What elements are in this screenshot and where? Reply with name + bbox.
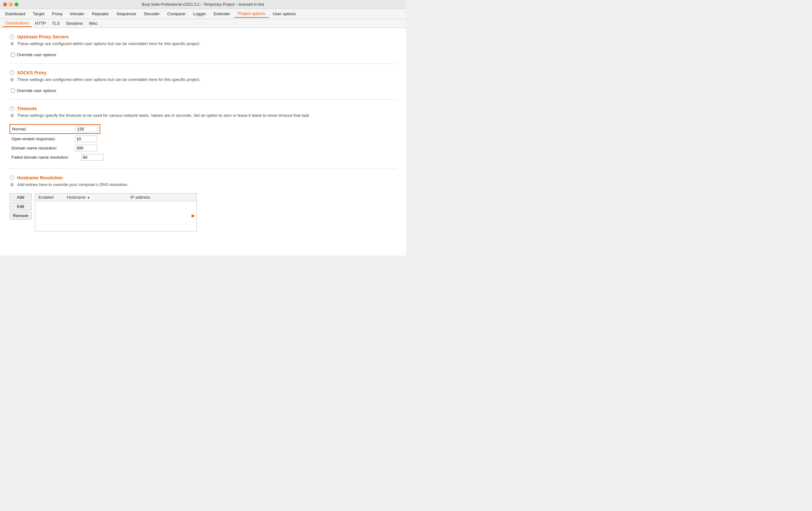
divider-1 (9, 63, 397, 64)
upstream-proxy-help-icon[interactable]: ? (9, 34, 14, 39)
hostname-table-body: ▶ (35, 201, 196, 230)
timeouts-description: These settings specify the timeouts to b… (17, 113, 310, 118)
sub-menu-misc[interactable]: Misc (86, 20, 101, 27)
upstream-proxy-header: ? Upstream Proxy Servers (9, 34, 397, 39)
sub-menu-tls[interactable]: TLS (49, 20, 63, 27)
hostname-resolution-section: ? Hostname Resolution ⚙ Add entries here… (9, 175, 397, 232)
timeouts-desc-row: ⚙ These settings specify the timeouts to… (9, 113, 397, 121)
close-button[interactable] (3, 3, 7, 6)
hostname-resolution-help-icon[interactable]: ? (9, 175, 14, 180)
menu-item-comparer[interactable]: Comparer (163, 10, 190, 18)
timeouts-gear-icon[interactable]: ⚙ (9, 113, 14, 118)
sub-menu-http[interactable]: HTTP (32, 20, 49, 27)
menu-item-target[interactable]: Target (29, 10, 48, 18)
timeout-dns-input[interactable] (75, 145, 97, 152)
menu-item-proxy[interactable]: Proxy (48, 10, 66, 18)
title-bar: Burp Suite Professional v2021.5.2 – Temp… (0, 0, 406, 9)
menu-item-repeater[interactable]: Repeater (88, 10, 113, 18)
upstream-proxy-description: These settings are configured within use… (17, 41, 200, 46)
timeouts-section: ? Timeouts ⚙ These settings specify the … (9, 106, 397, 162)
hostname-table: Enabled Hostname ▲ IP address ▶ (35, 193, 197, 232)
hostname-col-hostname: Hostname ▲ (64, 194, 127, 201)
hostname-buttons: Add Edit Remove (9, 193, 32, 232)
socks-proxy-description: These settings are configured within use… (17, 77, 200, 82)
upstream-proxy-override-checkbox[interactable] (11, 53, 15, 57)
menu-item-user-options[interactable]: User options (269, 10, 300, 18)
window-title: Burp Suite Professional v2021.5.2 – Temp… (142, 2, 264, 7)
timeout-normal-label: Normal: (12, 127, 76, 131)
timeouts-fields: Normal: Open-ended responses: Domain nam… (9, 124, 397, 162)
timeout-dns-row: Domain name resolution: (9, 144, 99, 152)
upstream-proxy-title: Upstream Proxy Servers (17, 34, 69, 39)
timeout-open-ended-row: Open-ended responses: (9, 135, 99, 143)
socks-proxy-gear-icon[interactable]: ⚙ (9, 77, 14, 82)
main-content: ? Upstream Proxy Servers ⚙ These setting… (0, 28, 406, 255)
hostname-table-header: Enabled Hostname ▲ IP address (35, 194, 196, 201)
hostname-resolution-description: Add entries here to override your comput… (17, 182, 128, 187)
sub-menu-bar: Connections HTTP TLS Sessions Misc (0, 19, 406, 28)
menu-item-logger[interactable]: Logger (190, 10, 210, 18)
socks-proxy-override-label: Override user options (17, 88, 56, 93)
divider-2 (9, 99, 397, 100)
timeout-failed-dns-row: Failed domain name resolution: (9, 153, 105, 162)
timeout-open-ended-input[interactable] (75, 136, 97, 142)
upstream-proxy-gear-icon[interactable]: ⚙ (9, 41, 14, 46)
main-menu-bar: Dashboard Target Proxy Intruder Repeater… (0, 9, 406, 19)
menu-item-project-options[interactable]: Project options (234, 10, 269, 18)
timeout-dns-label: Domain name resolution: (11, 146, 75, 151)
socks-proxy-title: SOCKS Proxy (17, 70, 47, 75)
traffic-lights (3, 3, 19, 6)
hostname-sort-icon: ▲ (87, 195, 90, 199)
sub-menu-sessions[interactable]: Sessions (63, 20, 86, 27)
timeouts-help-icon[interactable]: ? (9, 106, 14, 111)
menu-item-sequencer[interactable]: Sequencer (113, 10, 140, 18)
socks-proxy-help-icon[interactable]: ? (9, 70, 14, 75)
socks-proxy-override-checkbox[interactable] (11, 88, 15, 93)
hostname-resolution-title: Hostname Resolution (17, 175, 63, 180)
menu-item-decoder[interactable]: Decoder (140, 10, 163, 18)
timeout-failed-dns-input[interactable] (81, 154, 104, 161)
divider-3 (9, 168, 397, 169)
hostname-resolution-desc-row: ⚙ Add entries here to override your comp… (9, 182, 397, 190)
socks-proxy-desc-row: ⚙ These settings are configured within u… (9, 77, 397, 85)
menu-item-extender[interactable]: Extender (210, 10, 234, 18)
hostname-resolution-header: ? Hostname Resolution (9, 175, 397, 180)
timeout-normal-input[interactable] (76, 126, 98, 132)
hostname-arrow-icon: ▶ (192, 213, 196, 218)
minimize-button[interactable] (9, 3, 13, 6)
timeouts-title: Timeouts (17, 106, 37, 111)
upstream-proxy-desc-row: ⚙ These settings are configured within u… (9, 41, 397, 49)
sub-menu-connections[interactable]: Connections (3, 20, 32, 27)
socks-proxy-section: ? SOCKS Proxy ⚙ These settings are confi… (9, 70, 397, 93)
timeout-normal-row: Normal: (9, 124, 100, 134)
hostname-col-ip: IP address (127, 194, 196, 201)
socks-proxy-override-row: Override user options (11, 88, 397, 93)
upstream-proxy-override-row: Override user options (11, 52, 397, 57)
socks-proxy-header: ? SOCKS Proxy (9, 70, 397, 75)
maximize-button[interactable] (14, 3, 19, 6)
hostname-col-enabled: Enabled (35, 194, 64, 201)
hostname-add-button[interactable]: Add (9, 193, 32, 201)
menu-item-intruder[interactable]: Intruder (66, 10, 88, 18)
timeouts-header: ? Timeouts (9, 106, 397, 111)
upstream-proxy-section: ? Upstream Proxy Servers ⚙ These setting… (9, 34, 397, 57)
timeout-open-ended-label: Open-ended responses: (11, 136, 75, 141)
hostname-table-container: Add Edit Remove Enabled Hostname ▲ IP ad… (9, 193, 397, 232)
hostname-resolution-gear-icon[interactable]: ⚙ (9, 182, 14, 187)
menu-item-dashboard[interactable]: Dashboard (1, 10, 29, 18)
upstream-proxy-override-label: Override user options (17, 52, 56, 57)
hostname-remove-button[interactable]: Remove (9, 212, 32, 220)
timeout-failed-dns-label: Failed domain name resolution: (11, 155, 81, 160)
hostname-edit-button[interactable]: Edit (9, 203, 32, 210)
